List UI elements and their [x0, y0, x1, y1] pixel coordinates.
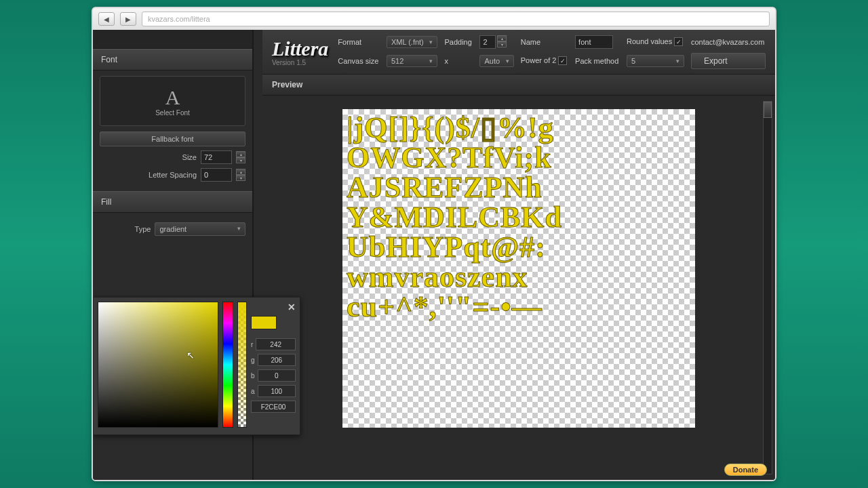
color-swatch: [251, 316, 277, 329]
pack-label: Pack method: [575, 57, 620, 65]
cursor-icon: ↖: [186, 350, 195, 361]
browser-toolbar: ◀ ▶ kvazars.com/littera: [93, 8, 775, 30]
size-label: Size: [100, 153, 197, 161]
hex-input[interactable]: F2CE00: [251, 401, 296, 413]
hue-slider[interactable]: [222, 302, 233, 428]
spacing-label: Letter Spacing: [100, 171, 197, 179]
glyph-line: AJSREFZPNh: [347, 173, 691, 203]
pow2-checkbox[interactable]: ✓: [558, 56, 567, 65]
size-input[interactable]: 72: [201, 150, 232, 164]
main-area: Littera Version 1.5 Format XML (.fnt) Pa…: [262, 30, 775, 480]
glyph-line: Y&MDILCBKd: [347, 203, 691, 232]
glyph-line: OWGX?TfVi;k: [347, 143, 691, 173]
url-bar[interactable]: kvazars.com/littera: [142, 12, 770, 26]
glyph-line: cu+^*,''"=-•—: [347, 292, 691, 322]
g-input[interactable]: 206: [258, 354, 296, 366]
preview-head: Preview: [262, 75, 775, 96]
preview-body[interactable]: |jQ[]}{()$/▯%!g OWGX?TfVi;k AJSREFZPNh Y…: [262, 96, 775, 480]
preview-scrollbar[interactable]: [763, 101, 772, 474]
top-header: Littera Version 1.5 Format XML (.fnt) Pa…: [262, 30, 775, 75]
glyph-line: UbHIYPqt@#:: [347, 232, 691, 262]
spacing-spinner[interactable]: ▴▾: [236, 169, 245, 181]
select-font-label: Select Font: [155, 109, 190, 117]
padding-input[interactable]: 2: [479, 35, 496, 49]
name-label: Name: [521, 38, 568, 46]
donate-button[interactable]: Donate: [724, 464, 767, 476]
name-input[interactable]: font: [575, 35, 613, 49]
select-font-button[interactable]: A Select Font: [100, 76, 245, 126]
preview-canvas: |jQ[]}{()$/▯%!g OWGX?TfVi;k AJSREFZPNh Y…: [342, 109, 695, 428]
r-input[interactable]: 242: [256, 338, 296, 350]
forward-button[interactable]: ▶: [120, 12, 136, 26]
glyph-line: |jQ[]}{()$/▯%!g: [347, 113, 691, 143]
sidebar: Font A Select Font Fallback font Size 72…: [93, 30, 253, 480]
format-label: Format: [338, 38, 380, 46]
fallback-font-button[interactable]: Fallback font: [100, 131, 245, 146]
fill-panel-head: Fill: [93, 191, 252, 213]
round-checkbox[interactable]: ✓: [674, 37, 683, 46]
close-icon[interactable]: ✕: [288, 302, 296, 312]
app-body: Font A Select Font Fallback font Size 72…: [93, 30, 775, 480]
round-label: Round values: [627, 37, 672, 45]
browser-window: ◀ ▶ kvazars.com/littera Font A Select Fo…: [92, 7, 776, 481]
padding-spinner[interactable]: ▴▾: [497, 35, 507, 49]
font-sample-glyph: A: [165, 86, 180, 109]
pack-select[interactable]: 5: [627, 55, 684, 67]
b-input[interactable]: 0: [258, 369, 296, 382]
contact-link[interactable]: contact@kvazars.com: [691, 38, 766, 46]
canvas-h-select[interactable]: Auto: [479, 55, 513, 67]
alpha-slider[interactable]: [237, 302, 247, 428]
padding-label: Padding: [444, 38, 473, 46]
canvas-label: Canvas size: [338, 57, 380, 65]
size-spinner[interactable]: ▴▾: [236, 151, 245, 163]
sv-box[interactable]: ↖: [98, 302, 218, 428]
glyph-line: wmvraoszenx: [347, 262, 691, 292]
pow2-label: Power of 2: [521, 56, 557, 64]
back-button[interactable]: ◀: [98, 12, 115, 26]
app-logo: Littera: [272, 37, 328, 60]
a-input[interactable]: 100: [258, 385, 296, 397]
color-picker: ↖ ✕ r242 g206 b0 a100 F2CE00: [93, 297, 300, 435]
fill-type-label: Type: [100, 225, 151, 233]
spacing-input[interactable]: 0: [201, 168, 232, 182]
fill-type-select[interactable]: gradient: [155, 222, 245, 236]
font-panel-head: Font: [93, 49, 252, 70]
export-button[interactable]: Export: [691, 53, 766, 69]
format-select[interactable]: XML (.fnt): [387, 36, 438, 48]
canvas-w-select[interactable]: 512: [387, 55, 438, 67]
